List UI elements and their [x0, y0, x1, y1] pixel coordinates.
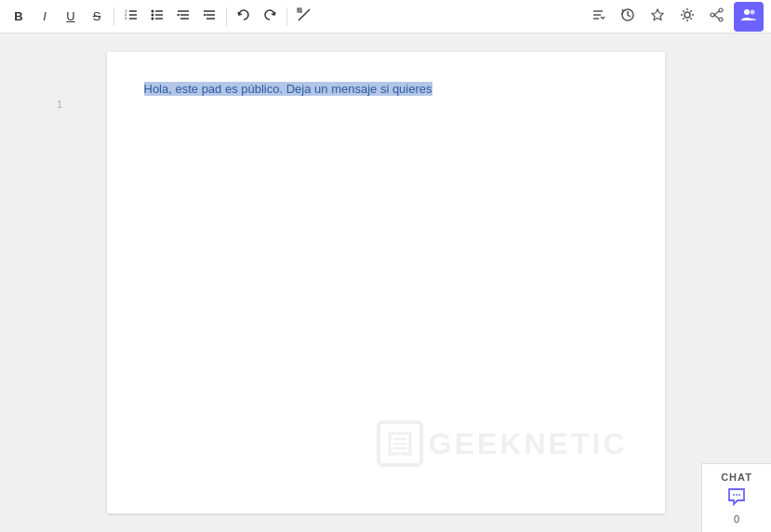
unordered-list-icon [150, 7, 165, 25]
settings-button[interactable] [674, 4, 700, 30]
chat-count: 0 [734, 513, 739, 525]
svg-point-6 [152, 10, 154, 13]
text-line-1: Hola, este pad es público. Deja un mensa… [144, 80, 628, 99]
svg-line-31 [714, 15, 719, 19]
link-button[interactable] [293, 6, 315, 28]
star-icon [650, 7, 665, 25]
right-sidebar [701, 33, 771, 532]
ordered-list-button[interactable]: 1. 2. 3. [120, 6, 142, 28]
separator-1 [113, 7, 114, 26]
history-icon [620, 7, 635, 25]
toolbar: B I U S 1. 2. 3. [0, 0, 771, 33]
svg-rect-34 [390, 433, 410, 454]
share-icon [710, 7, 724, 25]
svg-line-18 [299, 9, 310, 20]
svg-point-38 [733, 494, 735, 496]
selected-text[interactable]: Hola, este pad es público. Deja un mensa… [144, 82, 432, 96]
separator-3 [286, 7, 287, 26]
svg-point-28 [719, 18, 723, 21]
chat-button[interactable]: CHAT 0 [701, 463, 771, 532]
indent-increase-icon [202, 7, 217, 25]
undo-icon [236, 7, 251, 25]
sort-icon [591, 7, 605, 25]
svg-point-26 [685, 12, 690, 18]
svg-point-32 [744, 9, 750, 15]
redo-icon [262, 7, 277, 25]
line-gutter: 1 [0, 33, 70, 532]
document-area: Hola, este pad es público. Deja un mensa… [70, 33, 701, 532]
separator-2 [226, 7, 227, 26]
document-page[interactable]: Hola, este pad es público. Deja un mensa… [107, 52, 665, 513]
unordered-list-button[interactable] [146, 6, 168, 28]
watermark-text: GEEKNETIC [429, 427, 628, 461]
underline-button[interactable]: U [60, 6, 82, 28]
settings-icon [680, 7, 695, 25]
svg-point-27 [719, 8, 723, 12]
svg-point-33 [751, 9, 755, 14]
watermark-icon [377, 420, 423, 467]
svg-marker-25 [652, 9, 663, 20]
svg-point-29 [711, 13, 714, 17]
sort-button[interactable] [585, 4, 611, 30]
bold-button[interactable]: B [7, 6, 30, 28]
svg-line-30 [714, 11, 719, 15]
chat-label: CHAT [721, 472, 752, 483]
main-content: 1 Hola, este pad es público. Deja un men… [0, 33, 771, 532]
indent-increase-button[interactable] [198, 6, 220, 28]
strikethrough-button[interactable]: S [86, 6, 108, 28]
ordered-list-icon: 1. 2. 3. [124, 7, 139, 25]
line-number-1: 1 [57, 99, 62, 110]
share-button[interactable] [704, 4, 730, 30]
svg-text:3.: 3. [125, 16, 127, 20]
indent-decrease-icon [176, 7, 191, 25]
watermark: GEEKNETIC [377, 420, 628, 467]
star-button[interactable] [645, 4, 671, 30]
chat-icon [726, 486, 747, 512]
history-button[interactable] [615, 4, 641, 30]
svg-point-7 [152, 14, 154, 17]
indent-decrease-button[interactable] [172, 6, 194, 28]
toolbar-right [585, 2, 764, 32]
svg-point-39 [736, 494, 738, 496]
svg-point-8 [152, 18, 154, 20]
users-icon [740, 7, 757, 27]
link-icon [297, 7, 312, 25]
users-button[interactable] [734, 2, 764, 32]
redo-button[interactable] [259, 6, 281, 28]
svg-point-40 [738, 494, 740, 496]
undo-button[interactable] [233, 6, 255, 28]
italic-button[interactable]: I [33, 6, 56, 28]
